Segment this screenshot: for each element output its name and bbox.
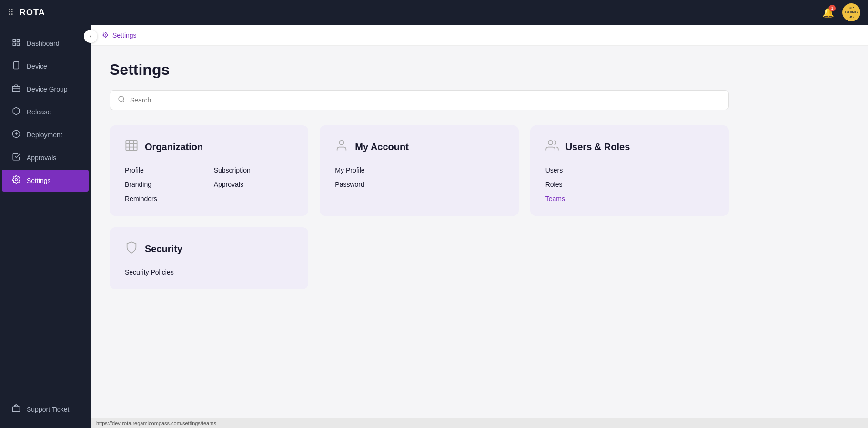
svg-point-11 [15, 179, 18, 181]
sidebar-item-release[interactable]: Release [2, 101, 89, 123]
release-icon [11, 107, 21, 117]
device-group-icon [11, 84, 21, 94]
app-logo: ROTA [20, 8, 45, 18]
my-account-card-header: My Account [335, 139, 503, 155]
avatar-button[interactable]: UPGOINGJS [842, 3, 860, 21]
sidebar-label-approvals: Approvals [27, 154, 56, 162]
search-bar [110, 90, 729, 110]
cards-grid: Organization Profile Subscription Brandi… [110, 125, 729, 216]
building-icon [125, 139, 138, 155]
status-url: https://dev-rota.regamicompass.com/setti… [96, 420, 216, 426]
avatar-text: UPGOINGJS [845, 6, 858, 20]
notification-button[interactable]: 🔔 1 [819, 4, 837, 21]
sidebar: ‹ Dashboard Device [0, 25, 91, 428]
navbar-right: 🔔 1 UPGOINGJS [819, 3, 860, 21]
search-input[interactable] [130, 96, 721, 104]
sidebar-item-deployment[interactable]: Deployment [2, 124, 89, 146]
link-reminders[interactable]: Reminders [125, 195, 204, 203]
security-card: Security Security Policies [110, 227, 308, 289]
organization-card-links: Profile Subscription Branding Approvals … [125, 166, 293, 203]
svg-rect-4 [14, 62, 19, 69]
link-branding[interactable]: Branding [125, 181, 204, 188]
drag-handle-icon: ⠿ [8, 7, 14, 18]
link-teams[interactable]: Teams [545, 195, 714, 203]
link-my-profile[interactable]: My Profile [335, 166, 503, 174]
users-roles-card-links: Users Roles Teams [545, 166, 714, 203]
sidebar-item-settings[interactable]: Settings [2, 170, 89, 192]
page-content: Settings [91, 46, 868, 418]
sidebar-label-device: Device [27, 62, 47, 70]
sidebar-item-support-ticket[interactable]: Support Ticket [2, 398, 89, 420]
link-subscription[interactable]: Subscription [214, 166, 293, 174]
approvals-icon [11, 153, 21, 163]
svg-rect-3 [17, 43, 20, 46]
my-account-card-title: My Account [355, 142, 409, 153]
link-users[interactable]: Users [545, 166, 714, 174]
svg-rect-0 [13, 39, 15, 41]
sidebar-label-settings: Settings [27, 177, 51, 184]
users-roles-card-title: Users & Roles [565, 142, 630, 153]
sidebar-label-deployment: Deployment [27, 131, 62, 139]
user-icon [335, 139, 348, 155]
chevron-left-icon: ‹ [90, 33, 91, 40]
sidebar-bottom: Support Ticket [0, 393, 91, 428]
search-icon [118, 95, 125, 105]
svg-rect-2 [13, 43, 15, 46]
shield-icon [125, 241, 138, 257]
device-icon [11, 61, 21, 71]
link-roles[interactable]: Roles [545, 181, 714, 188]
organization-card: Organization Profile Subscription Brandi… [110, 125, 308, 216]
main-layout: ‹ Dashboard Device [0, 25, 868, 428]
navbar-left: ⠿ ROTA [8, 7, 45, 18]
settings-icon [11, 175, 21, 186]
sidebar-item-dashboard[interactable]: Dashboard [2, 32, 89, 54]
dashboard-icon [11, 38, 21, 49]
sidebar-nav: Dashboard Device Device [0, 29, 91, 195]
svg-point-13 [119, 96, 124, 102]
svg-rect-12 [13, 407, 20, 412]
users-roles-card-header: Users & Roles [545, 139, 714, 155]
support-ticket-icon [11, 404, 21, 415]
svg-point-17 [548, 141, 552, 145]
breadcrumb-settings-label: Settings [112, 31, 137, 39]
users-roles-card: Users & Roles Users Roles Teams [530, 125, 729, 216]
status-bar: https://dev-rota.regamicompass.com/setti… [91, 418, 868, 428]
content-area: ⚙ Settings Settings [91, 25, 868, 428]
link-password[interactable]: Password [335, 181, 503, 188]
my-account-card: My Account My Profile Password [320, 125, 518, 216]
sidebar-item-device[interactable]: Device [2, 55, 89, 77]
sidebar-item-approvals[interactable]: Approvals [2, 147, 89, 169]
notification-badge: 1 [829, 5, 836, 11]
page-title: Settings [110, 61, 849, 79]
sidebar-collapse-button[interactable]: ‹ [84, 30, 97, 43]
breadcrumb-bar: ⚙ Settings [91, 25, 868, 46]
link-security-policies[interactable]: Security Policies [125, 268, 293, 276]
organization-card-header: Organization [125, 139, 293, 155]
security-card-links: Security Policies [125, 268, 293, 276]
link-profile[interactable]: Profile [125, 166, 204, 174]
my-account-card-links: My Profile Password [335, 166, 503, 188]
link-approvals[interactable]: Approvals [214, 181, 293, 188]
security-card-title: Security [145, 244, 182, 255]
sidebar-item-device-group[interactable]: Device Group [2, 78, 89, 100]
sidebar-label-support-ticket: Support Ticket [27, 406, 70, 413]
sidebar-label-release: Release [27, 108, 51, 116]
svg-rect-1 [17, 39, 20, 41]
sidebar-label-device-group: Device Group [27, 85, 68, 93]
svg-line-14 [123, 101, 124, 102]
deployment-icon [11, 130, 21, 140]
security-card-header: Security [125, 241, 293, 257]
organization-card-title: Organization [145, 142, 203, 153]
breadcrumb-settings-icon: ⚙ [102, 31, 109, 40]
svg-rect-6 [13, 86, 20, 92]
svg-point-16 [340, 141, 344, 145]
sidebar-label-dashboard: Dashboard [27, 40, 60, 47]
cards-grid-bottom: Security Security Policies [110, 227, 729, 289]
svg-rect-15 [126, 141, 137, 151]
users-icon [545, 139, 559, 155]
navbar: ⠿ ROTA 🔔 1 UPGOINGJS [0, 0, 868, 25]
